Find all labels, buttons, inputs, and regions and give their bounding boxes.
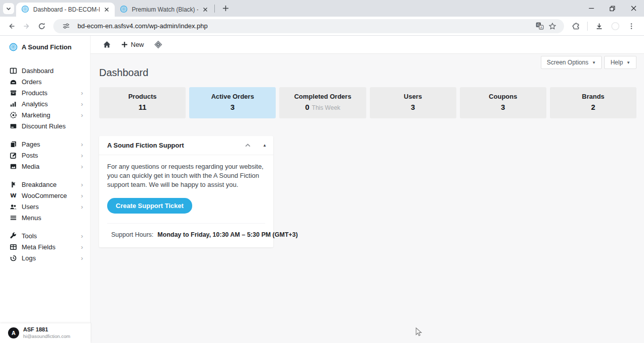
stat-card-users[interactable]: Users 3 <box>370 87 456 118</box>
support-panel: A Sound Fiction Support ▲ For any questi… <box>99 136 273 247</box>
sidebar-user-card[interactable]: A ASF 1881 hi@asoundfiction.com <box>0 323 91 343</box>
chevron-right-icon: › <box>81 141 83 148</box>
breakdance-icon <box>9 180 17 188</box>
window-minimize-button[interactable] <box>581 0 602 17</box>
extensions-icon[interactable] <box>568 19 583 34</box>
new-tab-button[interactable] <box>219 2 232 15</box>
browser-tab-dashboard[interactable]: Dashboard - BD-ECOM-EN <box>16 3 115 17</box>
tab-search-button[interactable] <box>3 3 14 14</box>
chevron-right-icon: › <box>81 112 83 118</box>
stat-card-brands[interactable]: Brands 2 <box>550 87 636 118</box>
nav-group-admin: Tools › Meta Fields › Logs › <box>0 230 90 263</box>
caret-down-icon: ▼ <box>592 60 596 65</box>
plus-icon <box>121 41 128 48</box>
chevron-up-icon <box>244 142 252 149</box>
stat-card-products[interactable]: Products 11 <box>99 87 186 118</box>
sidebar-item-analytics[interactable]: Analytics › <box>0 98 90 109</box>
address-bar[interactable]: bd-ecom-en.asfsv4.com/wp-admin/index.php… <box>53 19 564 33</box>
support-panel-body: For any questions or requests regarding … <box>99 155 273 247</box>
screen-options-button[interactable]: Screen Options ▼ <box>541 56 602 69</box>
support-hours-label: Support Hours: <box>111 231 153 238</box>
visit-site-button[interactable] <box>103 40 111 49</box>
stat-card-coupons[interactable]: Coupons 3 <box>460 87 546 118</box>
sidebar-item-woocommerce[interactable]: W WooCommerce › <box>0 190 90 201</box>
brand[interactable]: A Sound Fiction <box>0 42 90 52</box>
bookmark-star-icon[interactable] <box>546 20 559 33</box>
orders-icon <box>9 78 17 86</box>
sidebar-item-media[interactable]: Media › <box>0 161 90 172</box>
pages-icon <box>9 140 17 148</box>
dashboard-icon <box>9 66 17 75</box>
close-icon[interactable] <box>201 6 209 14</box>
profile-avatar-icon[interactable] <box>608 19 623 34</box>
sidebar-item-breakdance[interactable]: Breakdance › <box>0 179 90 190</box>
window-close-button[interactable] <box>623 0 644 17</box>
sidebar-item-orders[interactable]: Orders <box>0 76 90 87</box>
sidebar-item-tools[interactable]: Tools › <box>0 230 90 241</box>
translate-icon[interactable]: GA <box>533 20 546 33</box>
forward-button[interactable] <box>19 19 34 34</box>
sidebar-item-posts[interactable]: Posts › <box>0 150 90 161</box>
stat-suffix: This Week <box>312 104 340 111</box>
chevron-right-icon: › <box>81 90 83 96</box>
chevron-right-icon: › <box>81 255 83 261</box>
sidebar-item-users[interactable]: Users › <box>0 201 90 212</box>
window-controls <box>581 0 644 17</box>
chevron-right-icon: › <box>81 233 83 239</box>
chevron-right-icon: › <box>81 192 83 199</box>
main-area: New Screen Options ▼ Help ▼ Dashboard <box>91 36 644 343</box>
site-settings-icon[interactable] <box>59 20 72 33</box>
new-content-button[interactable]: New <box>121 41 144 48</box>
nav-group-store: Dashboard Orders Products › Analytics › <box>0 65 90 131</box>
chevron-down-icon <box>6 6 12 12</box>
browser-tab-premium-watch[interactable]: Premium Watch (Black) - BD-EC <box>115 3 213 17</box>
stats-cards-row: Products 11 Active Orders 3 Completed Or… <box>99 87 636 118</box>
screen-help-buttons: Screen Options ▼ Help ▼ <box>541 56 636 69</box>
avatar: A <box>8 327 19 338</box>
media-icon <box>9 162 17 170</box>
chevron-right-icon: › <box>81 203 83 210</box>
sidebar-item-meta-fields[interactable]: Meta Fields › <box>0 241 90 252</box>
brand-logo-icon <box>9 43 18 51</box>
collapse-panel-button[interactable] <box>244 142 252 149</box>
chevron-right-icon: › <box>81 244 83 250</box>
back-button[interactable] <box>4 19 19 34</box>
sidebar-item-logs[interactable]: Logs › <box>0 252 90 263</box>
sidebar-item-discount-rules[interactable]: Discount Rules <box>0 120 90 131</box>
toolbar-divider <box>587 22 588 31</box>
svg-text:A: A <box>540 26 542 30</box>
sidebar-item-menus[interactable]: Menus <box>0 212 90 223</box>
move-panel-up-icon[interactable]: ▲ <box>263 143 267 148</box>
support-hours-row: R Support Hours: Monday to Friday, 10:30… <box>107 223 265 240</box>
sidebar-item-pages[interactable]: Pages › <box>0 139 90 150</box>
tab-divider <box>214 5 215 13</box>
svg-text:W: W <box>10 192 17 199</box>
downloads-icon[interactable] <box>592 19 607 34</box>
sidebar-item-products[interactable]: Products › <box>0 87 90 98</box>
url-text[interactable]: bd-ecom-en.asfsv4.com/wp-admin/index.php <box>77 22 533 30</box>
nav-group-site: Breakdance › W WooCommerce › Users › Men… <box>0 179 90 223</box>
window-restore-button[interactable] <box>602 0 623 17</box>
tab-title: Premium Watch (Black) - BD-EC <box>132 6 198 13</box>
browser-tab-strip: Dashboard - BD-ECOM-EN Premium Watch (Bl… <box>0 0 644 17</box>
create-support-ticket-button[interactable]: Create Support Ticket <box>107 198 192 214</box>
brand-name: A Sound Fiction <box>22 43 71 51</box>
stat-card-completed-orders[interactable]: Completed Orders 0This Week <box>279 87 366 118</box>
discount-rules-icon <box>9 122 17 130</box>
chevron-right-icon: › <box>81 181 83 188</box>
home-icon <box>103 40 111 49</box>
stat-card-active-orders[interactable]: Active Orders 3 <box>189 87 276 118</box>
woocommerce-icon: W <box>9 191 17 199</box>
chevron-right-icon: › <box>81 163 83 170</box>
sidebar-item-dashboard[interactable]: Dashboard <box>0 65 90 76</box>
reload-button[interactable] <box>34 19 49 34</box>
sidebar-item-marketing[interactable]: Marketing › <box>0 109 90 120</box>
breakdance-adminbar-button[interactable] <box>154 40 163 49</box>
chevron-right-icon: › <box>81 152 83 159</box>
help-button[interactable]: Help ▼ <box>604 56 636 69</box>
analytics-icon <box>9 100 17 108</box>
browser-menu-icon[interactable] <box>624 19 639 34</box>
toolbar-right-cluster <box>568 19 639 34</box>
support-panel-header[interactable]: A Sound Fiction Support ▲ <box>99 136 273 155</box>
close-icon[interactable] <box>103 6 111 14</box>
